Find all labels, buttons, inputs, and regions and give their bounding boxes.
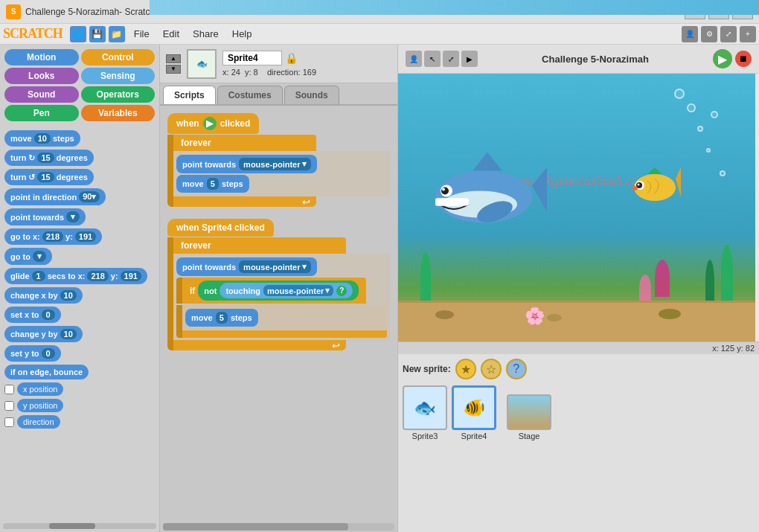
block-change-x[interactable]: change x by 10 <box>4 287 155 304</box>
touching-question: ? <box>336 286 347 296</box>
folder-icon[interactable]: 📁 <box>109 26 125 42</box>
block-direction[interactable]: direction <box>4 415 155 429</box>
if-block: if not touching mouse-pointer ▾ ? <box>176 278 366 304</box>
hat-clicked-label: clicked <box>220 118 251 129</box>
stop-button[interactable]: ⏹ <box>735 51 752 67</box>
save-icon[interactable]: 💾 <box>89 26 106 42</box>
block-point-direction[interactable]: point in direction 90▾ <box>4 188 155 205</box>
category-control[interactable]: Control <box>81 49 156 65</box>
cursor-icon[interactable]: ↖ <box>424 51 441 67</box>
menu-file[interactable]: File <box>128 27 156 41</box>
block-turn-left[interactable]: turn ↺ 15 degrees <box>4 169 155 185</box>
seaweed-1 <box>721 245 733 304</box>
svg-marker-17 <box>676 167 681 197</box>
stage-title: Challenge 5-Norazimah <box>542 54 649 65</box>
menu-edit[interactable]: Edit <box>157 27 185 41</box>
seaweed-2 <box>705 260 714 304</box>
sprite-tray: New sprite: ★ ☆ ? 🐟 Sprite3 🐠 Sprite4 <box>398 354 759 532</box>
category-operators[interactable]: Operators <box>81 86 156 103</box>
xposition-checkbox[interactable] <box>4 385 14 394</box>
bubble-4 <box>706 148 711 153</box>
yposition-checkbox[interactable] <box>4 401 14 411</box>
add-sprite-outline-button[interactable]: ☆ <box>481 359 502 379</box>
block-yposition[interactable]: y position <box>4 399 155 412</box>
tab-sounds[interactable]: Sounds <box>284 86 339 104</box>
block-point-towards-1[interactable]: point towards mouse-pointer ▾ <box>176 155 317 173</box>
stage-header: 👤 ↖ ⤢ ▶ Challenge 5-Norazimah ▶ ⏹ <box>398 45 759 74</box>
block-turn-right[interactable]: turn ↻ 15 degrees <box>4 150 155 166</box>
blocks-panel: Motion Control Looks Sensing Sound Opera… <box>0 45 160 532</box>
svg-point-21 <box>638 184 640 186</box>
touching-block[interactable]: touching mouse-pointer ▾ ? <box>220 283 353 298</box>
category-sensing[interactable]: Sensing <box>81 68 156 84</box>
sprite4-thumbnail: 🐠 <box>452 385 496 430</box>
not-block[interactable]: not touching mouse-pointer ▾ ? <box>198 281 359 301</box>
move-val-2[interactable]: 5 <box>216 312 228 324</box>
block-change-y[interactable]: change y by 10 <box>4 326 155 342</box>
category-motion[interactable]: Motion <box>4 49 79 65</box>
lock-icon: 🔒 <box>285 52 298 64</box>
sprite3-label: Sprite3 <box>412 432 438 440</box>
sprite-header: ▲ ▼ 🐟 Sprite4 🔒 x: 24 y: 8 direction: 16… <box>160 45 397 83</box>
sprite-nav-down[interactable]: ▼ <box>166 65 181 74</box>
block-goto-xy[interactable]: go to x: 218 y: 191 <box>4 228 155 245</box>
sprite-coords: x: 24 y: 8 direction: 169 <box>222 68 391 77</box>
category-variables[interactable]: Variables <box>81 105 156 121</box>
category-pen[interactable]: Pen <box>4 105 79 121</box>
tab-bar: Scripts Costumes Sounds <box>160 83 397 106</box>
if-body: move 5 steps <box>176 305 387 330</box>
sprite-item-4[interactable]: 🐠 Sprite4 <box>452 385 496 440</box>
profile-icon[interactable]: 👤 <box>682 26 698 42</box>
globe-icon[interactable]: 🌐 <box>70 26 86 42</box>
category-looks[interactable]: Looks <box>4 68 79 84</box>
block-xposition[interactable]: x position <box>4 382 155 396</box>
fullscreen-icon[interactable]: ⤢ <box>720 26 737 42</box>
sprite-item-3[interactable]: 🐟 Sprite3 <box>403 385 447 440</box>
add-sprite-question-button[interactable]: ? <box>506 359 527 379</box>
bubble-3 <box>674 89 685 99</box>
forever-block-2: forever <box>167 237 346 254</box>
sprite3-thumbnail: 🐟 <box>403 385 447 430</box>
add-sprite-star-button[interactable]: ★ <box>455 359 476 379</box>
expand-icon[interactable]: ⤢ <box>443 51 459 67</box>
block-point-towards-2[interactable]: point towards mouse-pointer ▾ <box>176 257 317 276</box>
present-icon[interactable]: ▶ <box>461 51 478 67</box>
touching-dropdown[interactable]: mouse-pointer ▾ <box>263 285 333 296</box>
person-icon[interactable]: 👤 <box>406 51 422 67</box>
direction-checkbox[interactable] <box>4 417 14 427</box>
main-content: Motion Control Looks Sensing Sound Opera… <box>0 45 759 532</box>
stage-controls: ▶ ⏹ <box>713 49 752 68</box>
green-flag-button[interactable]: ▶ <box>713 49 732 68</box>
header-icons: 👤 ↖ ⤢ ▶ <box>406 51 478 67</box>
point-towards-dropdown-2[interactable]: mouse-pointer ▾ <box>239 260 310 273</box>
right-icons: 👤 ⚙ ⤢ + <box>682 26 756 42</box>
category-sound[interactable]: Sound <box>4 86 79 103</box>
script-scrollbar[interactable] <box>163 523 394 531</box>
sprite-tray-items: 🐟 Sprite3 🐠 Sprite4 Stage <box>403 385 755 440</box>
point-towards-dropdown-1[interactable]: mouse-pointer ▾ <box>239 158 310 170</box>
shark-sprite <box>428 145 547 244</box>
settings-icon[interactable]: ⚙ <box>701 26 717 42</box>
tab-scripts[interactable]: Scripts <box>163 86 216 104</box>
sprite-name[interactable]: Sprite4 <box>222 51 282 65</box>
bubble-1 <box>687 103 696 112</box>
block-move-5-2[interactable]: move 5 steps <box>185 309 258 327</box>
block-goto[interactable]: go to ▾ <box>4 248 155 265</box>
menu-share[interactable]: Share <box>187 27 225 41</box>
block-set-x[interactable]: set x to 0 <box>4 307 155 323</box>
stage-panel: 👤 ↖ ⤢ ▶ Challenge 5-Norazimah ▶ ⏹ www.ce… <box>398 45 759 532</box>
stage-item[interactable]: Stage <box>507 394 551 440</box>
block-bounce[interactable]: if on edge, bounce <box>4 365 155 379</box>
block-set-y[interactable]: set y to 0 <box>4 345 155 362</box>
block-move-5-1[interactable]: move 5 steps <box>176 175 249 193</box>
block-glide[interactable]: glide 1 secs to x: 218 y: 191 <box>4 268 155 284</box>
block-move-steps[interactable]: move 10 steps <box>4 130 155 147</box>
new-sprite-row: New sprite: ★ ☆ ? <box>403 359 755 379</box>
extra-icon[interactable]: + <box>740 26 756 42</box>
menu-help[interactable]: Help <box>226 27 258 41</box>
block-point-towards[interactable]: point towards ▾ <box>4 208 155 225</box>
forever-body-2: point towards mouse-pointer ▾ if not <box>167 254 390 340</box>
tab-costumes[interactable]: Costumes <box>217 86 283 104</box>
sprite-nav-up[interactable]: ▲ <box>166 54 181 63</box>
move-val-1[interactable]: 5 <box>207 178 219 190</box>
